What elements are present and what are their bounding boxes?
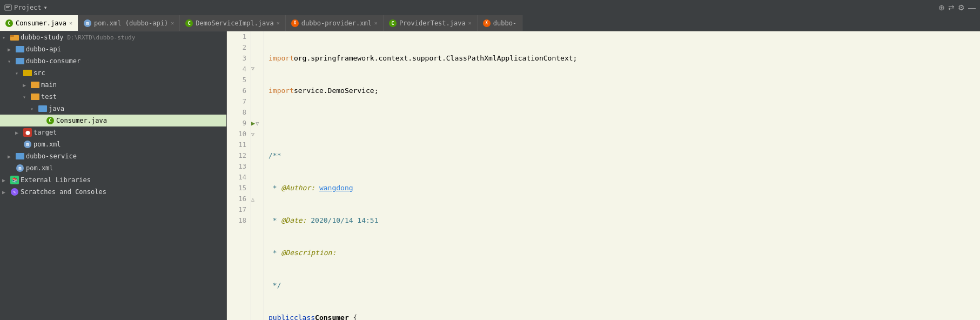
sidebar-item-target[interactable]: ▶ ⬤ target xyxy=(0,126,226,138)
tab-close-provider[interactable]: ✕ xyxy=(374,20,378,26)
tab-close-consumer[interactable]: ✕ xyxy=(69,20,72,26)
tree-arrow-main: ▶ xyxy=(23,82,29,88)
tree-arrow-scratches: ▶ xyxy=(2,189,9,195)
code-line-4: /** xyxy=(269,150,976,161)
sidebar-item-pom-consumer[interactable]: m pom.xml xyxy=(0,138,226,150)
folder-icon-main xyxy=(31,81,39,89)
run-icon-9[interactable]: ▶ xyxy=(251,119,255,127)
tab-close-provider-test[interactable]: ✕ xyxy=(468,20,472,26)
main-layout: ▾ dubbo-study D:\RXTD\dubbo-study ▶ dubb… xyxy=(0,31,980,320)
sidebar-label-dubbo-api: dubbo-api xyxy=(26,45,61,53)
gutter-9: ▶ ▽ xyxy=(251,118,264,129)
line-num-3: 3 xyxy=(231,53,246,64)
sidebar-item-external-libs[interactable]: ▶ 📚 External Libraries xyxy=(0,174,226,186)
line-num-12: 12 xyxy=(231,150,246,161)
tab-icon-c-provider-test: C xyxy=(389,19,397,27)
fold-arrow-10[interactable]: ▽ xyxy=(251,131,254,137)
sidebar-label-scratches: Scratches and Consoles xyxy=(21,188,106,196)
tab-label-more: dubbo- xyxy=(493,19,516,27)
tab-icon-c-demo: C xyxy=(185,19,193,27)
svg-rect-4 xyxy=(10,35,14,37)
line-num-8: 8 xyxy=(231,107,246,118)
code-line-9: public class Consumer { xyxy=(269,312,976,320)
file-icon-consumer: C xyxy=(46,116,55,125)
folder-src-icon xyxy=(23,69,32,77)
sidebar-path-dubbo-study: D:\RXTD\dubbo-study xyxy=(67,34,135,41)
tab-consumer-java[interactable]: C Consumer.java ✕ xyxy=(0,15,78,31)
svg-rect-2 xyxy=(6,8,9,9)
svg-rect-1 xyxy=(6,6,10,7)
tab-demo-service-impl[interactable]: C DemoServiceImpl.java ✕ xyxy=(180,15,286,31)
code-line-1: import org.springframework.context.suppo… xyxy=(269,53,976,64)
line-num-7: 7 xyxy=(231,96,246,107)
tab-icon-c-consumer: C xyxy=(5,19,13,27)
fold-arrow-4[interactable]: ▽ xyxy=(251,65,254,71)
code-line-7: * @Description: xyxy=(269,248,976,258)
fold-close-16[interactable]: △ xyxy=(251,196,254,202)
code-line-3 xyxy=(269,118,976,129)
code-line-2: import service.DemoService; xyxy=(269,85,976,96)
gutter-5 xyxy=(251,75,264,85)
code-editor: 1 2 3 4 5 6 7 8 9 10 11 12 13 14 15 16 1… xyxy=(227,31,980,320)
sidebar-item-dubbo-study[interactable]: ▾ dubbo-study D:\RXTD\dubbo-study xyxy=(0,31,226,43)
settings-icon-btn[interactable]: ⚙ xyxy=(958,3,965,12)
project-icon xyxy=(4,4,12,11)
sidebar-item-scratches[interactable]: ▶ ✎ Scratches and Consoles xyxy=(0,186,226,198)
tree-arrow-src: ▾ xyxy=(15,70,22,76)
tree-arrow-dubbo-consumer: ▾ xyxy=(8,58,14,64)
tab-label-provider: dubbo-provider.xml xyxy=(301,19,372,27)
line-num-5: 5 xyxy=(231,75,246,85)
gutter-15 xyxy=(251,183,264,194)
sidebar-label-main: main xyxy=(41,81,57,89)
sidebar-label-pom-root: pom.xml xyxy=(26,164,53,172)
sidebar-label-dubbo-study: dubbo-study xyxy=(21,34,63,41)
sidebar-item-test[interactable]: ▾ test xyxy=(0,91,226,103)
tab-dubbo-provider-xml[interactable]: X dubbo-provider.xml ✕ xyxy=(286,15,384,31)
sidebar-label-dubbo-service: dubbo-service xyxy=(26,152,77,160)
sidebar-item-dubbo-consumer[interactable]: ▾ dubbo-consumer xyxy=(0,55,226,67)
sidebar-label-consumer: Consumer.java xyxy=(56,117,107,124)
gutter-17 xyxy=(251,204,264,215)
tab-dubbo-more[interactable]: X dubbo- xyxy=(478,15,522,31)
title-icons: ⊕ ⇄ ⚙ — xyxy=(938,3,976,12)
tree-arrow-dubbo-api: ▶ xyxy=(8,46,14,52)
minimize-icon-btn[interactable]: — xyxy=(968,3,976,12)
sidebar-label-java: java xyxy=(49,105,64,112)
sync-icon-btn[interactable]: ⇄ xyxy=(948,3,955,12)
code-content[interactable]: import org.springframework.context.suppo… xyxy=(264,31,980,320)
folder-icon-test xyxy=(31,92,39,101)
gutter-area: ▽ ▶ ▽ ▽ △ xyxy=(251,31,264,320)
code-area: 1 2 3 4 5 6 7 8 9 10 11 12 13 14 15 16 1… xyxy=(227,31,980,320)
code-line-8: */ xyxy=(269,280,976,291)
sidebar-label-target: target xyxy=(33,129,57,136)
tab-icon-xml-more: X xyxy=(483,19,491,27)
tab-close-pom[interactable]: ✕ xyxy=(171,20,174,26)
sidebar-item-java[interactable]: ▾ java xyxy=(0,103,226,115)
tree-arrow-target: ▶ xyxy=(15,130,22,136)
sidebar-item-consumer[interactable]: C Consumer.java xyxy=(0,115,226,126)
line-num-4: 4 xyxy=(231,64,246,75)
target-icon: ⬤ xyxy=(23,128,32,137)
tab-close-demo[interactable]: ✕ xyxy=(277,20,280,26)
sidebar: ▾ dubbo-study D:\RXTD\dubbo-study ▶ dubb… xyxy=(0,31,227,320)
gutter-2 xyxy=(251,42,264,53)
line-numbers: 1 2 3 4 5 6 7 8 9 10 11 12 13 14 15 16 1… xyxy=(227,31,251,320)
tab-label-pom: pom.xml (dubbo-api) xyxy=(94,19,168,27)
tree-arrow-ext-libs: ▶ xyxy=(2,177,9,183)
sidebar-label-ext-libs: External Libraries xyxy=(21,176,91,184)
sidebar-item-src[interactable]: ▾ src xyxy=(0,67,226,79)
add-icon-btn[interactable]: ⊕ xyxy=(938,3,945,12)
project-folder-icon xyxy=(10,33,19,42)
tab-provider-test[interactable]: C ProviderTest.java ✕ xyxy=(384,15,478,31)
tab-label-consumer: Consumer.java xyxy=(16,19,66,27)
tab-label-demo: DemoServiceImpl.java xyxy=(196,19,274,27)
tab-pom-xml-api[interactable]: m pom.xml (dubbo-api) ✕ xyxy=(78,15,180,31)
sidebar-item-pom-root[interactable]: m pom.xml xyxy=(0,162,226,174)
gutter-3 xyxy=(251,53,264,64)
gutter-12 xyxy=(251,150,264,161)
sidebar-item-dubbo-service[interactable]: ▶ dubbo-service xyxy=(0,150,226,162)
fold-arrow-9[interactable]: ▽ xyxy=(256,121,259,126)
sidebar-label-pom-consumer: pom.xml xyxy=(33,141,61,148)
sidebar-item-dubbo-api[interactable]: ▶ dubbo-api xyxy=(0,43,226,55)
sidebar-item-main[interactable]: ▶ main xyxy=(0,79,226,91)
